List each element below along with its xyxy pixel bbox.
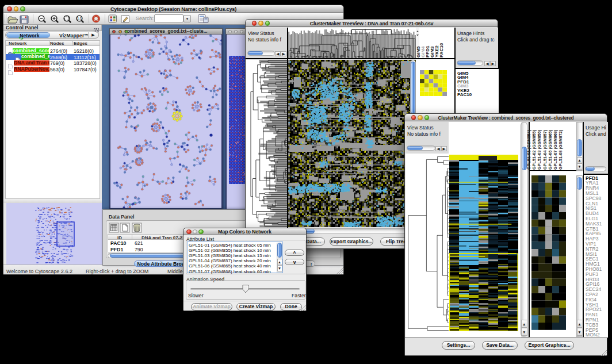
svg-text:1:1: 1:1 <box>77 17 82 20</box>
